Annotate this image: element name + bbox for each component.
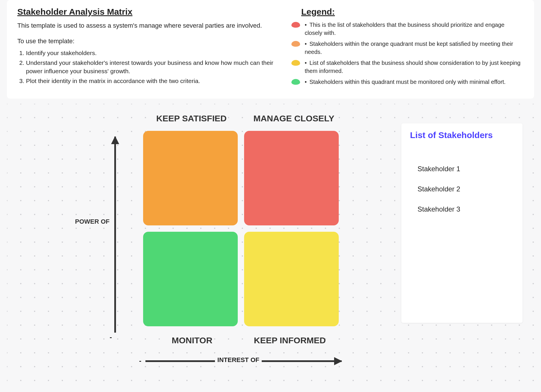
x-axis-low-marker: - — [139, 357, 141, 365]
legend-text: This is the list of stakeholders that th… — [305, 21, 524, 37]
quadrant-keep-informed[interactable] — [244, 232, 339, 326]
quadrant-label-monitor: MONITOR — [143, 336, 241, 345]
diagram-canvas[interactable]: KEEP SATISFIED MANAGE CLOSELY POWER OF -… — [7, 104, 534, 392]
usage-step: Identify your stakeholders. — [26, 49, 274, 57]
stakeholder-list-title: List of Stakeholders — [410, 130, 514, 140]
y-axis-low-marker: - — [110, 333, 112, 341]
x-axis-arrow-icon — [145, 360, 342, 362]
legend-title: Legend: — [301, 7, 524, 17]
legend-swatch-icon — [291, 79, 300, 85]
stakeholder-matrix: KEEP SATISFIED MANAGE CLOSELY POWER OF -… — [83, 114, 354, 379]
legend-item-green: Stakeholders within this quadrant must b… — [291, 78, 524, 86]
usage-step: Plot their identity in the matrix in acc… — [26, 77, 274, 85]
y-axis-arrow-icon — [114, 137, 116, 333]
info-panel: Stakeholder Analysis Matrix This templat… — [7, 0, 534, 99]
legend-item-yellow: List of stakeholders that the business s… — [291, 59, 524, 75]
y-axis-label: POWER OF — [75, 218, 110, 225]
stakeholder-item[interactable]: Stakeholder 2 — [418, 185, 514, 193]
quadrant-label-keep-informed: KEEP INFORMED — [241, 336, 339, 345]
usage-intro: To use the template: — [17, 37, 274, 45]
usage-steps: Identify your stakeholders. Understand y… — [17, 49, 274, 85]
legend-text: Stakeholders within this quadrant must b… — [305, 78, 506, 86]
page-title: Stakeholder Analysis Matrix — [17, 7, 274, 17]
quadrant-label-keep-satisfied: KEEP SATISFIED — [140, 114, 243, 123]
stakeholder-item[interactable]: Stakeholder 3 — [418, 205, 514, 213]
stakeholder-list-panel[interactable]: List of Stakeholders Stakeholder 1 Stake… — [401, 123, 523, 323]
x-axis-label: INTEREST OF — [215, 356, 261, 363]
stakeholder-item[interactable]: Stakeholder 1 — [418, 165, 514, 173]
quadrant-grid — [143, 131, 339, 326]
instructions-block: Stakeholder Analysis Matrix This templat… — [17, 7, 274, 89]
legend-text: Stakeholders within the orange quadrant … — [305, 40, 524, 56]
template-description: This template is used to assess a system… — [17, 22, 274, 29]
legend-item-orange: Stakeholders within the orange quadrant … — [291, 40, 524, 56]
quadrant-keep-satisfied[interactable] — [143, 131, 238, 225]
quadrant-manage-closely[interactable] — [244, 131, 339, 225]
legend-swatch-icon — [291, 60, 300, 66]
quadrant-monitor[interactable] — [143, 232, 238, 326]
legend-text: List of stakeholders that the business s… — [305, 59, 524, 75]
legend-block: Legend: This is the list of stakeholders… — [291, 7, 524, 89]
legend-swatch-icon — [291, 41, 300, 47]
usage-step: Understand your stakeholder's interest t… — [26, 59, 274, 75]
legend-swatch-icon — [291, 22, 300, 28]
quadrant-label-manage-closely: MANAGE CLOSELY — [243, 114, 345, 123]
legend-item-red: This is the list of stakeholders that th… — [291, 21, 524, 37]
